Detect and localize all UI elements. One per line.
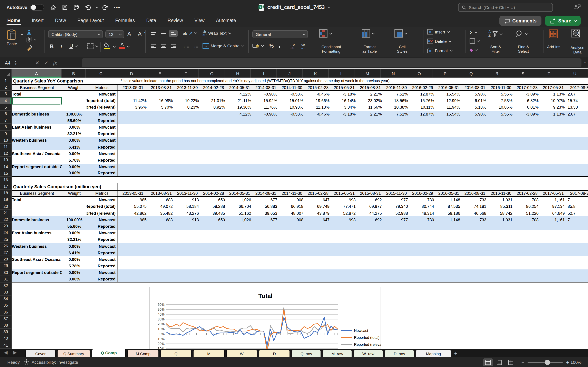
zoom-slider[interactable] [528,361,563,363]
value-cell[interactable]: 15.54% [436,91,462,97]
sheet-tab-d_raw[interactable]: D_raw [385,350,414,357]
value-cell[interactable] [514,223,540,230]
value-cell[interactable] [514,263,540,269]
weight-cell[interactable]: 55.60% [62,223,87,230]
value-cell[interactable] [540,236,566,243]
value-cell[interactable] [148,263,174,269]
value-cell[interactable]: -3.18% [331,111,357,117]
value-cell[interactable] [174,236,201,243]
segment-cell[interactable] [12,236,62,243]
value-cell[interactable]: 66,704 [227,203,253,210]
undo-icon[interactable] [84,4,91,11]
value-cell[interactable] [253,130,279,137]
weight-cell[interactable]: 0.00% [62,164,87,170]
row-header-1[interactable]: 1 [0,78,12,84]
value-cell[interactable]: 79,340 [383,203,410,210]
metric-cell[interactable]: Nowcast [87,164,117,170]
value-cell[interactable] [436,250,462,256]
value-cell[interactable] [462,223,488,230]
value-cell[interactable] [383,223,410,230]
value-cell[interactable]: 52,7 [566,210,588,216]
value-cell[interactable] [383,250,410,256]
header-date[interactable]: 2014-11-30 [279,85,305,90]
value-cell[interactable]: 56,883 [253,203,279,210]
value-cell[interactable]: 21.01% [201,97,227,104]
merge-centre-button[interactable]: ↔ Merge & Centre [202,43,243,49]
segment-cell[interactable]: Western business [12,243,62,250]
metric-cell[interactable]: Reported (total) [87,97,117,104]
value-cell[interactable]: 1,031 [488,216,514,223]
value-cell[interactable] [436,269,462,276]
value-cell[interactable] [383,170,410,176]
row-header-35[interactable]: 35 [0,302,12,309]
value-cell[interactable]: 1.13% [540,91,566,97]
value-cell[interactable] [279,150,305,157]
metric-cell[interactable]: Nowcast [87,111,117,117]
value-cell[interactable] [305,130,331,137]
value-cell[interactable] [436,157,462,164]
value-cell[interactable]: 650 [201,216,227,223]
value-cell[interactable]: 23.02% [357,97,383,104]
value-cell[interactable] [462,124,488,130]
formula-bar-expand-icon[interactable]: ▼ [583,61,586,64]
weight-cell[interactable]: 32.21% [62,130,87,137]
value-cell[interactable]: 69,977 [357,203,383,210]
value-cell[interactable] [279,124,305,130]
value-cell[interactable]: 11.66% [357,104,383,111]
clear-button[interactable]: ◆ [470,47,477,53]
value-cell[interactable] [462,130,488,137]
value-cell[interactable] [540,117,566,124]
align-left-button[interactable] [150,43,158,51]
value-cell[interactable]: 48,314 [410,210,436,216]
weight-cell[interactable]: 5.78% [62,263,87,269]
row-header-36[interactable]: 36 [0,309,12,315]
value-cell[interactable] [410,124,436,130]
row-header-24[interactable]: 24 [0,230,12,236]
value-cell[interactable]: -0.46% [305,91,331,97]
value-cell[interactable]: 1,148 [436,216,462,223]
value-cell[interactable] [331,144,357,150]
sheet-nav-right-icon[interactable]: ▶ [13,350,17,355]
value-cell[interactable]: 2.67 [566,111,588,117]
value-cell[interactable] [488,230,514,236]
value-cell[interactable] [462,164,488,170]
value-cell[interactable] [279,164,305,170]
zoom-out-icon[interactable]: − [521,359,524,365]
value-cell[interactable] [227,157,253,164]
value-cell[interactable] [331,157,357,164]
value-cell[interactable] [148,137,174,144]
weight-cell[interactable]: 100.00% [62,111,87,117]
people-icon[interactable] [574,3,581,11]
header-date[interactable]: 2015-11-30 [383,85,410,90]
sheet-tab-w[interactable]: W [226,350,257,357]
sheet-nav-left-icon[interactable]: ◀ [4,350,8,355]
sheet-tab-w_raw[interactable]: W_raw [354,350,383,357]
value-cell[interactable] [383,150,410,157]
value-cell[interactable]: 11.13% [305,104,331,111]
weight-cell[interactable]: 0.00% [62,137,87,144]
value-cell[interactable]: 52,872 [331,210,357,216]
row-header-23[interactable]: 23 [0,223,12,229]
value-cell[interactable] [488,223,514,230]
value-cell[interactable]: -0.53% [279,91,305,97]
cut-button[interactable] [26,29,32,35]
value-cell[interactable] [117,157,148,164]
align-middle-button[interactable] [159,30,168,37]
row-header-31[interactable]: 31 [0,276,12,282]
name-box[interactable]: A4 ▲▼ [0,60,29,65]
row-header-14[interactable]: 14 [0,164,12,170]
value-cell[interactable] [540,269,566,276]
sheet-tab-m_raw[interactable]: M_raw [323,350,352,357]
value-cell[interactable] [436,137,462,144]
row-header-26[interactable]: 26 [0,243,12,249]
value-cell[interactable] [201,150,227,157]
value-cell[interactable] [201,91,227,97]
value-cell[interactable] [357,144,383,150]
row-header-22[interactable]: 22 [0,216,12,223]
value-cell[interactable] [117,230,148,236]
header-date[interactable]: 2014-05-31 [227,191,253,196]
value-cell[interactable] [514,256,540,263]
find-select-button[interactable] [515,30,527,38]
format-as-table-button[interactable] [362,29,374,38]
value-cell[interactable] [566,276,588,282]
